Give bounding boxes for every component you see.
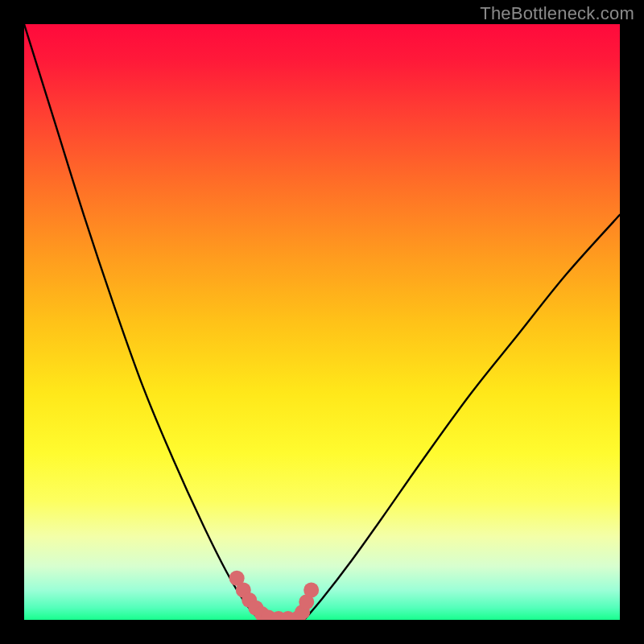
chart-frame: TheBottleneck.com (0, 0, 644, 644)
watermark-text: TheBottleneck.com (480, 3, 634, 24)
right-curve (304, 215, 620, 620)
optimal-point-marker (303, 583, 319, 598)
curve-overlay (24, 24, 620, 620)
left-curve (24, 24, 259, 620)
